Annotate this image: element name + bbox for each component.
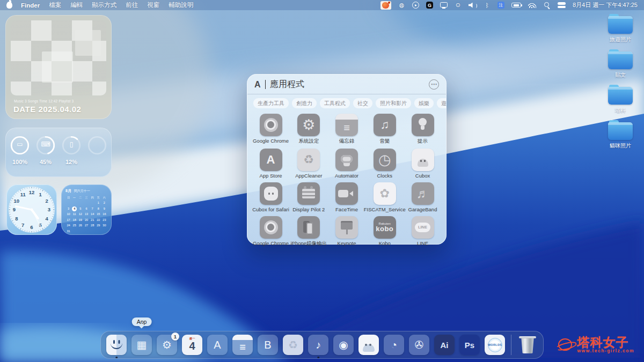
launcher-app-19[interactable]: LINELINE — [404, 216, 441, 247]
launcher-app-4[interactable]: 提示 — [404, 114, 441, 145]
dock-cubox[interactable] — [358, 331, 379, 358]
play-circle-icon[interactable] — [412, 2, 419, 9]
calendar-day-16[interactable]: 16 — [101, 212, 107, 217]
calendar-day-21[interactable]: 21 — [90, 218, 96, 223]
dock-chrome[interactable]: ◉ — [333, 331, 354, 358]
menu-item-6[interactable]: 輔助說明 — [169, 1, 193, 9]
category-pill-2[interactable]: 工具程式 — [320, 98, 350, 108]
battery-icon[interactable] — [511, 3, 521, 8]
category-pill-4[interactable]: 照片和影片 — [376, 98, 411, 108]
calendar-day-5[interactable]: 5 — [77, 206, 83, 211]
dock-launchpad[interactable]: ▦App — [131, 331, 152, 358]
desktop-folder-1[interactable]: 貼文 — [608, 51, 633, 79]
launcher-app-18[interactable]: RakutenkoboKobo — [366, 216, 403, 247]
dock-steam[interactable]: ✇ — [408, 331, 430, 358]
display-icon[interactable] — [440, 2, 448, 8]
airpods-icon[interactable]: ⊙ — [455, 1, 462, 10]
calendar-day-14[interactable]: 14 — [90, 212, 96, 217]
dock-trash[interactable] — [517, 331, 538, 358]
calendar-day-6[interactable]: 6 — [83, 206, 89, 211]
dock-swirl-app[interactable]: ◔ — [383, 331, 405, 358]
launcher-app-12[interactable]: FaceTime — [328, 182, 365, 212]
launcher-app-7[interactable]: Automator — [328, 149, 365, 179]
dock-appcleaner[interactable]: ♻ — [282, 331, 304, 358]
launcher-app-15[interactable]: Google Chrome — [252, 216, 289, 247]
calendar-day-11[interactable]: 11 — [71, 212, 77, 217]
calendar-day-20[interactable]: 20 — [83, 218, 89, 223]
calendar-day-12[interactable]: 12 — [77, 212, 83, 217]
launcher-app-1[interactable]: ⚙系統設定 — [290, 114, 327, 145]
category-pill-5[interactable]: 娛樂 — [414, 98, 434, 108]
dock-music[interactable]: ♪ — [308, 331, 329, 358]
menu-item-0[interactable]: Finder — [21, 2, 40, 9]
dock-system-settings[interactable]: ⚙1 — [156, 331, 178, 358]
calendar-day-27[interactable]: 27 — [83, 223, 89, 228]
menu-bar-clock[interactable]: 8月4日 週一 下午4:47:25 — [573, 1, 638, 9]
dock-calendar[interactable]: 週一4 — [181, 331, 203, 358]
dock-b-app[interactable]: B — [257, 331, 279, 358]
dock-app-store[interactable]: A — [207, 331, 228, 358]
launcher-app-6[interactable]: ♻AppCleaner — [290, 149, 327, 179]
menu-item-2[interactable]: 編輯 — [70, 1, 83, 9]
clock-widget[interactable]: 123456789101112 — [6, 184, 57, 235]
calendar-day-7[interactable]: 7 — [90, 206, 96, 211]
calendar-day-13[interactable]: 13 — [83, 212, 89, 217]
desktop-folder-2[interactable]: 塔科 — [608, 87, 633, 114]
launcher-app-8[interactable]: ◷Clocks — [366, 149, 403, 179]
calendar-day-25[interactable]: 25 — [71, 223, 77, 228]
desktop-folder-3[interactable]: 貓咪照片 — [608, 122, 633, 150]
dock-notes[interactable]: ≡ — [232, 331, 253, 358]
calendar-day-23[interactable]: 23 — [101, 218, 107, 223]
launcher-app-14[interactable]: ♬GarageBand — [404, 182, 441, 212]
volume-icon[interactable] — [469, 3, 477, 8]
launcher-app-0[interactable]: Google Chrome — [252, 114, 289, 145]
calendar-day-17[interactable]: 17 — [65, 218, 71, 223]
control-center-icon[interactable] — [558, 2, 566, 8]
calendar-day-26[interactable]: 26 — [77, 223, 83, 228]
category-pill-3[interactable]: 社交 — [353, 98, 372, 108]
dock-illustrator[interactable]: Ai — [434, 331, 455, 358]
calendar-day-15[interactable]: 15 — [96, 212, 101, 217]
calendar-day-10[interactable]: 10 — [65, 212, 71, 217]
launcher-app-2[interactable]: ≡備忘錄 — [328, 114, 365, 145]
calendar-day-22[interactable]: 22 — [96, 218, 101, 223]
launcher-app-11[interactable]: Display Pilot 2 — [290, 182, 327, 212]
calendar-day-3[interactable]: 3 — [65, 206, 71, 211]
calendar-day-28[interactable]: 28 — [90, 223, 96, 228]
desktop-folder-0[interactable]: 旅遊照片 — [608, 16, 633, 43]
launcher-app-13[interactable]: ✿FISCATM_Service — [366, 182, 403, 212]
battery-widget[interactable]: ▭100%⌨45%▯12% — [5, 128, 112, 177]
category-pill-6[interactable]: 遊戲 — [437, 98, 447, 108]
apple-menu-icon[interactable] — [6, 2, 12, 9]
calendar-day-31[interactable]: 31 — [65, 229, 71, 234]
calendar-day-2[interactable]: 2 — [101, 201, 107, 205]
calendar-day-19[interactable]: 19 — [77, 218, 83, 223]
calendar-day-4[interactable]: 4 — [72, 206, 77, 211]
category-pill-0[interactable]: 生產力工具 — [253, 98, 289, 108]
calendar-day-18[interactable]: 18 — [71, 218, 77, 223]
g-hub-icon[interactable]: G — [426, 2, 433, 9]
dock-worlds[interactable]: WORLDS — [484, 331, 506, 358]
launcher-app-5[interactable]: AApp Store — [252, 149, 289, 179]
menu-item-1[interactable]: 檔案 — [49, 1, 61, 9]
launcher-app-9[interactable]: Cubox — [404, 149, 441, 179]
app-logo-icon[interactable] — [380, 1, 391, 10]
wifi-icon[interactable] — [528, 3, 536, 8]
dock-finder[interactable] — [106, 331, 127, 358]
calendar-widget[interactable]: 8月 閏六月十一 日一二三四五六 12345678910111213141516… — [61, 184, 112, 235]
photos-widget[interactable]: Music 3 Songs Time 12:42 Playlist 3 DATE… — [5, 15, 112, 119]
input-method-icon[interactable]: 注 — [497, 2, 504, 9]
more-options-button[interactable]: ⋯ — [429, 79, 439, 90]
launcher-search-input[interactable]: 應用程式 — [270, 79, 304, 90]
calendar-day-9[interactable]: 9 — [101, 206, 107, 211]
calendar-day-30[interactable]: 30 — [101, 223, 107, 228]
swirl-icon[interactable]: ◍ — [398, 1, 405, 10]
menu-item-5[interactable]: 視窗 — [147, 1, 159, 9]
launcher-app-10[interactable]: Cubox for Safari — [252, 182, 289, 212]
menu-item-3[interactable]: 顯示方式 — [92, 1, 116, 9]
menu-item-4[interactable]: 前往 — [126, 1, 138, 9]
calendar-day-24[interactable]: 24 — [65, 223, 71, 228]
calendar-day-29[interactable]: 29 — [96, 223, 101, 228]
launcher-app-17[interactable]: Keynote — [328, 216, 365, 247]
category-pill-1[interactable]: 創造力 — [292, 98, 317, 108]
